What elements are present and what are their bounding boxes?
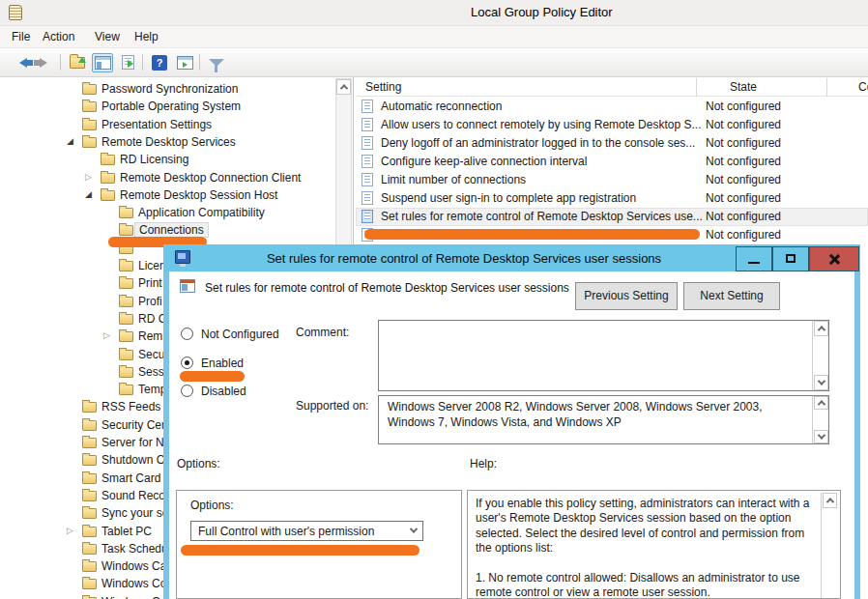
- tree-item[interactable]: ◢Remote Desktop Services: [0, 133, 354, 152]
- setting-row[interactable]: Automatic reconnectionNot configured: [356, 98, 868, 116]
- tree-item-label: Shutdown O: [98, 453, 169, 467]
- menu-help[interactable]: Help: [134, 30, 159, 43]
- help-scrollbar[interactable]: [821, 493, 837, 598]
- tree-item-label: Portable Operating System: [98, 100, 245, 113]
- action-pane-button[interactable]: [174, 53, 195, 72]
- setting-row[interactable]: Allow users to connect remotely by using…: [356, 116, 868, 134]
- collapse-arrow-icon[interactable]: ◢: [67, 135, 73, 147]
- scroll-up-button[interactable]: [814, 321, 828, 336]
- console-tree-toggle-button[interactable]: [92, 53, 113, 72]
- menu-file[interactable]: File: [12, 30, 30, 43]
- folder-icon: [82, 101, 97, 112]
- comment-field[interactable]: [378, 320, 829, 391]
- previous-setting-button[interactable]: Previous Setting: [575, 282, 678, 310]
- folder-icon: [82, 491, 97, 501]
- back-button[interactable]: [10, 53, 31, 72]
- scroll-down-button[interactable]: [814, 430, 828, 443]
- folder-icon: [119, 331, 133, 342]
- setting-state: Not configured: [706, 173, 781, 186]
- radio-label: Disabled: [201, 385, 246, 398]
- help-button[interactable]: ?: [149, 53, 170, 72]
- tree-item-label: Smart Card: [98, 471, 164, 485]
- column-header-state[interactable]: State: [730, 80, 757, 94]
- folder-icon: [82, 527, 97, 537]
- column-separator[interactable]: [696, 78, 697, 97]
- scroll-down-button[interactable]: [814, 375, 828, 390]
- folder-icon: [82, 579, 97, 589]
- policy-setting-icon: [362, 136, 373, 150]
- column-header-comment[interactable]: Comment: [858, 80, 868, 94]
- folder-up-button[interactable]: [67, 53, 88, 72]
- tree-item-label: Security Cer: [98, 418, 169, 432]
- menu-view[interactable]: View: [95, 30, 120, 43]
- folder-icon: [82, 402, 97, 413]
- folder-icon: [119, 261, 133, 271]
- folder-icon: [119, 314, 133, 325]
- setting-row[interactable]: Suspend user sign-in to complete app reg…: [356, 189, 868, 208]
- scroll-up-button[interactable]: [814, 396, 828, 410]
- annotation-highlight-list-row: [364, 229, 700, 240]
- tree-item-label: Task Schedu: [98, 542, 172, 556]
- supported-scrollbar[interactable]: [812, 396, 828, 443]
- expand-arrow-icon[interactable]: ▷: [103, 329, 110, 341]
- scroll-up-button[interactable]: [336, 79, 351, 95]
- folder-icon: [101, 173, 115, 184]
- expand-arrow-icon[interactable]: ▷: [67, 525, 73, 536]
- back-icon: [14, 58, 27, 68]
- gpedit-app-icon: [9, 5, 22, 20]
- setting-state: Not configured: [706, 155, 781, 168]
- export-list-button[interactable]: [117, 53, 138, 72]
- tree-item-label: Sound Reco: [98, 489, 169, 502]
- control-level-dropdown[interactable]: Full Control with user's permission: [190, 521, 423, 541]
- tree-item[interactable]: RD Licensing: [0, 151, 354, 169]
- tree-item[interactable]: ◢Remote Desktop Session Host: [0, 186, 354, 205]
- folder-icon: [119, 225, 133, 236]
- tree-item[interactable]: Application Compatibility: [0, 204, 354, 222]
- tree-item[interactable]: Portable Operating System: [0, 98, 354, 116]
- chevron-up-icon: [339, 84, 347, 92]
- radio-icon[interactable]: [181, 385, 193, 397]
- toolbar: ?: [0, 48, 868, 77]
- forward-button[interactable]: [35, 53, 56, 72]
- close-button[interactable]: [809, 246, 859, 271]
- policy-setting-icon: [362, 100, 373, 113]
- minimize-button[interactable]: [736, 246, 772, 271]
- policy-setting-icon: [362, 155, 373, 168]
- tree-item[interactable]: Presentation Settings: [0, 116, 354, 134]
- menu-bar: FileActionViewHelp: [0, 26, 868, 48]
- comment-scrollbar[interactable]: [812, 321, 828, 390]
- radio-label: Enabled: [201, 357, 244, 370]
- column-separator[interactable]: [826, 78, 827, 97]
- window-titlebar: Local Group Policy Editor: [0, 0, 868, 26]
- annotation-highlight-dropdown: [181, 545, 420, 556]
- tree-item[interactable]: Password Synchronization: [0, 80, 354, 99]
- radio-icon[interactable]: [181, 328, 193, 340]
- options-panel-label: Options:: [190, 499, 234, 512]
- minimize-icon: [748, 262, 760, 264]
- radio-selected-icon[interactable]: [181, 357, 193, 369]
- next-setting-button[interactable]: Next Setting: [683, 282, 780, 310]
- setting-state: Not configured: [706, 100, 781, 113]
- tree-item[interactable]: ▷Remote Desktop Connection Client: [0, 169, 354, 187]
- setting-row[interactable]: Set rules for remote control of Remote D…: [356, 208, 868, 226]
- chevron-down-icon: [817, 377, 825, 385]
- tree-item-label: Password Synchronization: [98, 82, 242, 96]
- collapse-arrow-icon[interactable]: ◢: [85, 188, 92, 200]
- setting-row[interactable]: Configure keep-alive connection interval…: [356, 153, 868, 171]
- setting-state: Not configured: [706, 136, 781, 150]
- setting-row[interactable]: Deny logoff of an administrator logged i…: [356, 134, 868, 153]
- setting-row[interactable]: Limit number of connectionsNot configure…: [356, 171, 868, 189]
- filter-button[interactable]: [206, 53, 227, 72]
- scroll-up-button[interactable]: [823, 493, 837, 508]
- menu-action[interactable]: Action: [43, 30, 74, 43]
- screen: { "window": { "title": "Local Group Poli…: [0, 0, 868, 599]
- maximize-button[interactable]: [772, 246, 809, 271]
- expand-arrow-icon[interactable]: ▷: [85, 171, 92, 183]
- setting-state: Not configured: [706, 228, 781, 242]
- chevron-up-icon: [817, 400, 825, 408]
- column-header-setting[interactable]: Setting: [365, 80, 401, 94]
- tree-item-label: Remote Desktop Services: [98, 135, 240, 149]
- policy-setting-icon: [362, 210, 373, 223]
- tree-item-label: Presentation Settings: [98, 118, 216, 131]
- tree-item-label: Application Compatibility: [134, 206, 269, 219]
